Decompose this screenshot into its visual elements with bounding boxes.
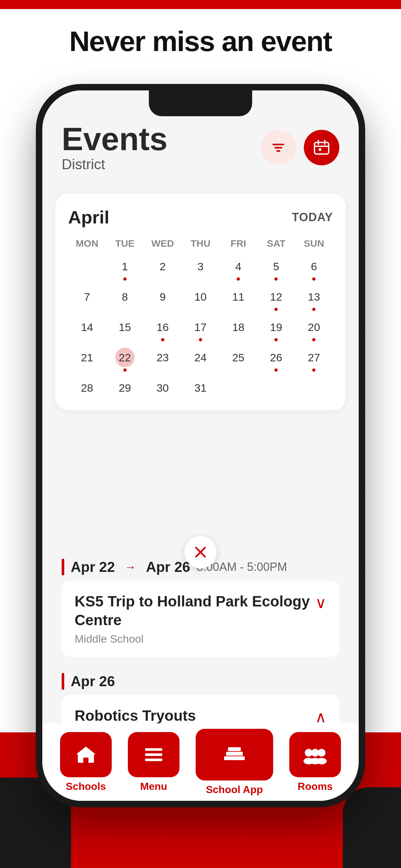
event-date-start: Apr 22 — [71, 559, 115, 575]
day-number: 20 — [304, 317, 323, 337]
event-dot — [237, 277, 240, 281]
calendar-day[interactable]: 9 — [144, 284, 181, 314]
calendar-day[interactable]: 16 — [144, 314, 181, 345]
svg-rect-1 — [274, 147, 282, 149]
app-title: Events — [62, 123, 167, 155]
nav-item-school-app[interactable]: School App — [196, 729, 273, 796]
calendar-day[interactable]: 1 — [106, 253, 144, 284]
day-number: 15 — [115, 317, 135, 337]
day-number: 2 — [153, 257, 173, 276]
calendar-day-header: WED — [144, 236, 181, 253]
event-card-content: KS5 Trip to Holland Park Ecology CentreM… — [74, 592, 315, 645]
calendar-grid: MONTUEWEDTHUFRISATSUN1234567891011121314… — [68, 236, 333, 401]
calendar-day[interactable]: 19 — [257, 314, 295, 345]
day-number: 1 — [115, 257, 135, 276]
svg-rect-18 — [228, 747, 241, 751]
calendar-day[interactable]: 11 — [220, 284, 257, 314]
day-number: 12 — [266, 287, 286, 306]
day-number: 10 — [191, 287, 210, 306]
calendar-day[interactable]: 13 — [295, 284, 333, 314]
calendar-day[interactable]: 14 — [68, 314, 106, 345]
event-dot — [274, 277, 278, 281]
svg-rect-17 — [226, 752, 243, 755]
event-dot — [274, 308, 278, 311]
calendar-button[interactable] — [304, 130, 339, 165]
nav-item-schools[interactable]: Schools — [60, 732, 112, 793]
calendar-day[interactable]: 12 — [257, 284, 295, 314]
calendar-day[interactable]: 17 — [181, 314, 219, 345]
event-dot — [312, 277, 315, 281]
calendar-day[interactable]: 18 — [220, 314, 257, 345]
calendar-month: April — [68, 207, 110, 228]
school-app-label: School App — [206, 784, 263, 796]
screen-content: Events District — [42, 90, 359, 801]
calendar-day[interactable]: 23 — [144, 345, 181, 375]
day-number: 7 — [78, 287, 97, 306]
calendar-day[interactable]: 27 — [295, 345, 333, 375]
today-button[interactable]: TODAY — [292, 211, 333, 224]
calendar-day-header: SAT — [257, 236, 295, 253]
schools-label: Schools — [66, 780, 106, 793]
calendar-day[interactable]: 30 — [144, 375, 181, 401]
school-icon — [74, 743, 97, 766]
event-date-end: Apr 26 — [146, 559, 190, 575]
calendar-day[interactable]: 28 — [68, 375, 106, 401]
calendar-day[interactable]: 31 — [181, 375, 219, 401]
calendar-day[interactable]: 15 — [106, 314, 144, 345]
nav-item-menu[interactable]: Menu — [128, 732, 180, 793]
day-number: 26 — [266, 348, 286, 367]
day-number: 24 — [191, 348, 210, 367]
dismiss-calendar-button[interactable] — [184, 536, 217, 568]
svg-rect-3 — [314, 143, 329, 154]
calendar-day-header: THU — [181, 236, 219, 253]
calendar-day[interactable]: 21 — [68, 345, 106, 375]
day-number: 23 — [153, 348, 173, 367]
phone-frame: Events District — [36, 84, 365, 807]
svg-point-24 — [316, 758, 327, 764]
school-app-icon-box — [196, 729, 273, 780]
calendar-top-row: April TODAY — [68, 207, 333, 228]
day-number: 19 — [266, 317, 286, 337]
calendar-day[interactable]: 7 — [68, 284, 106, 314]
school-app-icon — [221, 743, 247, 766]
day-number: 9 — [153, 287, 173, 306]
event-card[interactable]: KS5 Trip to Holland Park Ecology CentreM… — [62, 581, 339, 657]
calendar-day[interactable]: 8 — [106, 284, 144, 314]
calendar-day[interactable]: 26 — [257, 345, 295, 375]
day-number: 14 — [78, 317, 97, 337]
calendar-day[interactable]: 25 — [220, 345, 257, 375]
close-icon — [192, 544, 209, 561]
day-number — [78, 257, 97, 276]
calendar-day[interactable]: 10 — [181, 284, 219, 314]
rooms-icon — [302, 745, 328, 764]
event-dot — [199, 338, 202, 341]
nav-item-rooms[interactable]: Rooms — [289, 732, 341, 793]
event-date-start: Apr 26 — [71, 673, 115, 689]
event-dot — [123, 368, 127, 372]
calendar-day-header: FRI — [220, 236, 257, 253]
event-dot — [161, 338, 164, 341]
svg-rect-7 — [319, 148, 321, 151]
calendar-day[interactable]: 2 — [144, 253, 181, 284]
svg-rect-2 — [276, 150, 280, 152]
event-dot — [312, 308, 315, 311]
calendar-day[interactable]: 22 — [106, 345, 144, 375]
calendar-day[interactable]: 5 — [257, 253, 295, 284]
app-header: Events District — [62, 123, 339, 173]
calendar-day[interactable]: 4 — [220, 253, 257, 284]
filter-button[interactable] — [260, 130, 296, 165]
menu-label: Menu — [140, 780, 167, 793]
calendar-day-header: SUN — [295, 236, 333, 253]
event-date-bar — [62, 559, 64, 576]
event-dot — [274, 338, 278, 341]
calendar-day — [68, 253, 106, 284]
day-number: 3 — [191, 257, 210, 276]
calendar-day[interactable]: 29 — [106, 375, 144, 401]
calendar-day[interactable]: 24 — [181, 345, 219, 375]
day-number: 6 — [304, 257, 323, 276]
calendar-day[interactable]: 3 — [181, 253, 219, 284]
chevron-down-icon[interactable]: ∨ — [315, 593, 327, 612]
calendar-day[interactable]: 20 — [295, 314, 333, 345]
rooms-icon-box — [289, 732, 341, 777]
calendar-day[interactable]: 6 — [295, 253, 333, 284]
